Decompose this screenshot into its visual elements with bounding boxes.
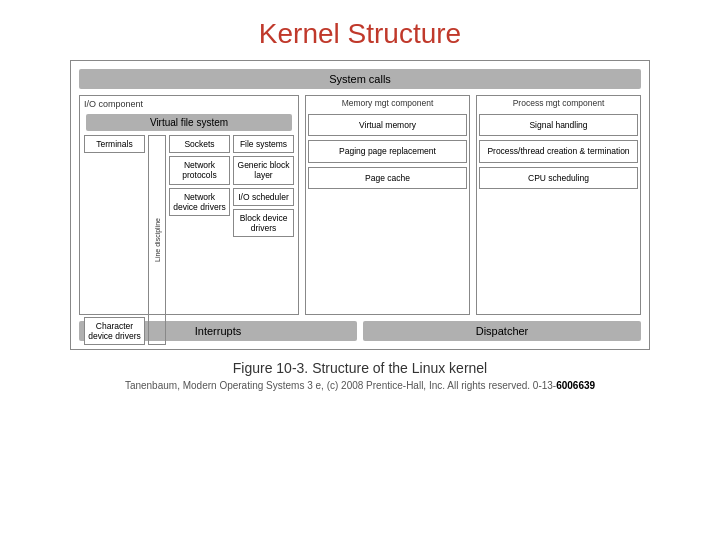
- process-mgt-label: Process mgt component: [479, 98, 638, 108]
- attribution-bold: 6006639: [556, 380, 595, 391]
- io-sub-row: Terminals Character device drivers Line …: [84, 135, 294, 345]
- paging-box: Paging page replacement: [308, 140, 467, 162]
- col-sockets: Sockets Network protocols Network device…: [169, 135, 230, 345]
- attribution-text: Tanenbaum, Modern Operating Systems 3 e,…: [125, 380, 595, 391]
- main-content-row: I/O component Virtual file system Termin…: [79, 95, 641, 315]
- network-device-drivers-box: Network device drivers: [169, 188, 230, 216]
- signal-handling-box: Signal handling: [479, 114, 638, 136]
- sockets-box: Sockets: [169, 135, 230, 153]
- virtual-memory-box: Virtual memory: [308, 114, 467, 136]
- block-device-drivers-box: Block device drivers: [233, 209, 294, 237]
- file-systems-box: File systems: [233, 135, 294, 153]
- col-terminals: Terminals Character device drivers: [84, 135, 145, 345]
- right-columns-row: Memory mgt component Virtual memory Pagi…: [305, 95, 641, 315]
- syscalls-bar: System calls: [79, 69, 641, 89]
- page-title: Kernel Structure: [259, 18, 461, 50]
- right-area: Memory mgt component Virtual memory Pagi…: [305, 95, 641, 315]
- attribution-normal: Tanenbaum, Modern Operating Systems 3 e,…: [125, 380, 556, 391]
- kernel-diagram: System calls I/O component Virtual file …: [70, 60, 650, 350]
- figure-caption: Figure 10-3. Structure of the Linux kern…: [233, 360, 487, 376]
- process-mgt-section: Process mgt component Signal handling Pr…: [476, 95, 641, 315]
- page-cache-box: Page cache: [308, 167, 467, 189]
- memory-mgt-section: Memory mgt component Virtual memory Pagi…: [305, 95, 470, 315]
- cpu-scheduling-box: CPU scheduling: [479, 167, 638, 189]
- line-discipline-box: Line discipline: [148, 135, 166, 345]
- terminals-box: Terminals: [84, 135, 145, 153]
- vfs-bar: Virtual file system: [86, 114, 292, 131]
- col-filesystems: File systems Generic block layer I/O sch…: [233, 135, 294, 345]
- io-component-box: I/O component Virtual file system Termin…: [79, 95, 299, 315]
- io-scheduler-box: I/O scheduler: [233, 188, 294, 206]
- dispatcher-bar: Dispatcher: [363, 321, 641, 341]
- process-thread-creation-box: Process/thread creation & termination: [479, 140, 638, 162]
- io-component-label: I/O component: [84, 99, 143, 109]
- memory-mgt-label: Memory mgt component: [308, 98, 467, 108]
- network-protocols-box: Network protocols: [169, 156, 230, 184]
- generic-block-layer-box: Generic block layer: [233, 156, 294, 184]
- char-device-drivers-box: Character device drivers: [84, 317, 145, 345]
